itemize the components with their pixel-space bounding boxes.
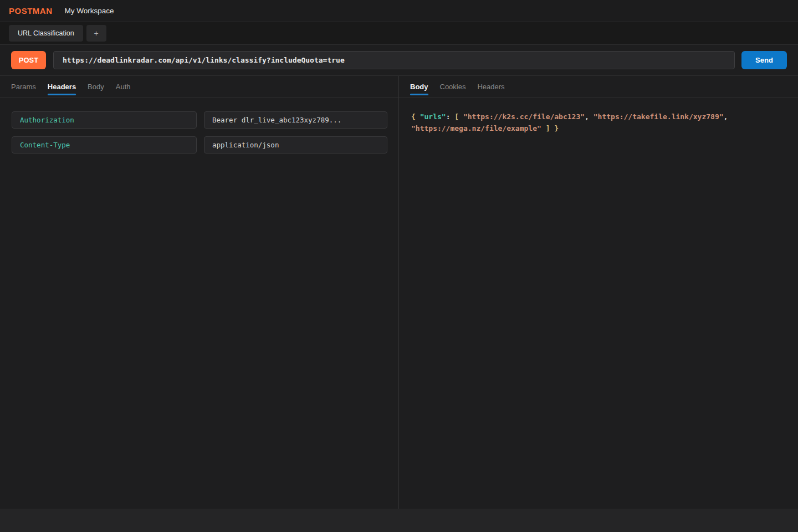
header-value-field[interactable]: Bearer dlr_live_abc123xyz789... xyxy=(204,111,387,129)
header-row: Content-Type application/json xyxy=(12,136,387,154)
request-bar: POST Send xyxy=(0,45,798,76)
response-json: { "urls": [ "https://k2s.cc/file/abc123"… xyxy=(399,98,798,134)
tab-response-headers[interactable]: Headers xyxy=(477,76,504,97)
tab-auth[interactable]: Auth xyxy=(116,76,131,97)
header-value-field[interactable]: application/json xyxy=(204,136,387,154)
tab-body[interactable]: Body xyxy=(88,76,104,97)
header-row: Authorization Bearer dlr_live_abc123xyz7… xyxy=(12,111,387,129)
send-button[interactable]: Send xyxy=(741,51,787,69)
workspace-name[interactable]: My Workspace xyxy=(65,7,114,15)
request-pane: Params Headers Body Auth Authorization B… xyxy=(0,76,399,509)
postman-logo: POSTMAN xyxy=(9,6,53,16)
main-area: Params Headers Body Auth Authorization B… xyxy=(0,76,798,509)
header-key-field[interactable]: Authorization xyxy=(12,111,197,129)
tab-headers[interactable]: Headers xyxy=(48,76,76,97)
response-pane: Body Cookies Headers { "urls": [ "https:… xyxy=(399,76,798,509)
response-tabs: Body Cookies Headers xyxy=(399,76,798,98)
new-tab-button[interactable]: + xyxy=(86,25,106,42)
tab-response-cookies[interactable]: Cookies xyxy=(440,76,466,97)
url-input[interactable] xyxy=(53,51,735,69)
tab-params[interactable]: Params xyxy=(11,76,36,97)
tab-response-body[interactable]: Body xyxy=(410,76,428,97)
request-tabs: Params Headers Body Auth xyxy=(0,76,398,98)
plus-icon: + xyxy=(94,29,99,38)
method-button[interactable]: POST xyxy=(11,51,46,69)
headers-editor: Authorization Bearer dlr_live_abc123xyz7… xyxy=(0,98,398,154)
tab-url-classification[interactable]: URL Classification xyxy=(9,25,83,42)
tab-strip: URL Classification + xyxy=(0,22,798,45)
header-key-field[interactable]: Content-Type xyxy=(12,136,197,154)
status-bar xyxy=(0,509,798,532)
topbar: POSTMAN My Workspace xyxy=(0,0,798,22)
